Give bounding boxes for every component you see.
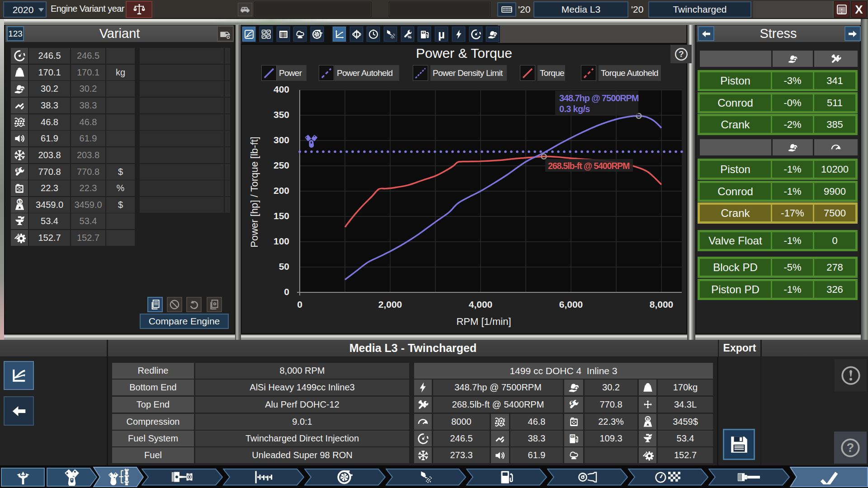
svg-text:?: ? [847,440,854,454]
svg-text:$: $ [646,416,649,421]
svg-text:91: 91 [571,435,574,438]
svg-text:$: $ [18,199,21,204]
svg-text:%: % [422,31,425,33]
svg-text:%: % [407,34,411,39]
svg-text:$: $ [16,168,19,173]
svg-text:$: $ [571,401,573,406]
